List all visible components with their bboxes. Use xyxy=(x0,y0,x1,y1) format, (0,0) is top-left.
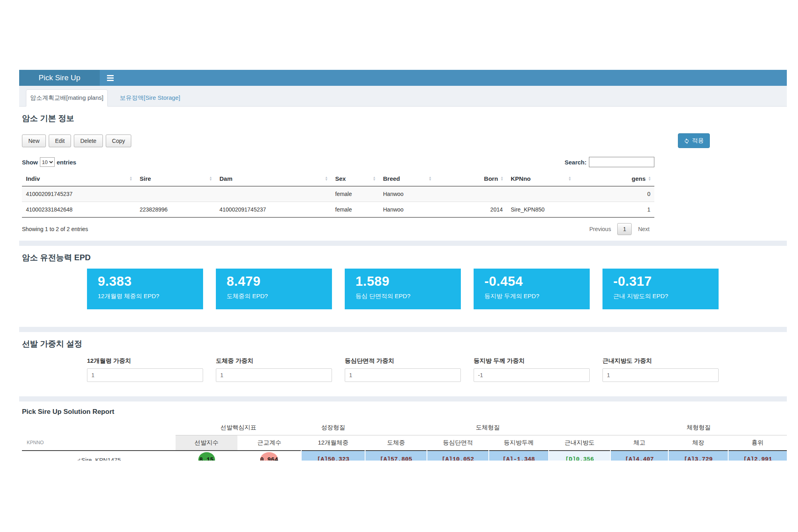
section-divider xyxy=(19,327,787,332)
solution-report-table: 선발핵심지표성장형질도체형질체형형질KPNNO선발지수근교계수12개월체중도체중… xyxy=(22,421,787,461)
cell-born xyxy=(435,186,507,202)
app-window: Pick Sire Up 암소계획교배[mating plans] 보유정액[S… xyxy=(19,70,787,461)
column-header-kpnno[interactable]: KPNno▲▼ xyxy=(507,171,575,186)
weight-field-3: 등심단면적 가중치 xyxy=(345,357,461,382)
report-cell-value: [A]3.729 xyxy=(668,451,728,461)
section-title-epd: 암소 유전능력 EPD xyxy=(22,252,787,263)
navbar: Pick Sire Up xyxy=(19,70,787,86)
edit-button[interactable]: Edit xyxy=(49,134,71,147)
report-column-header[interactable]: 도체중 xyxy=(365,435,427,451)
cell-dam: 410002091745237 xyxy=(215,202,331,218)
report-column-header[interactable]: 근내지방도 xyxy=(549,435,610,451)
pagination-page-1[interactable]: 1 xyxy=(617,223,632,235)
tab-mating-plans[interactable]: 암소계획교배[mating plans] xyxy=(26,89,108,107)
cell-breed: Hanwoo xyxy=(379,186,435,202)
sort-icon: ▲▼ xyxy=(648,176,651,181)
epd-value: 9.383 xyxy=(98,274,203,289)
weight-label: 근내지방도 가중치 xyxy=(602,357,719,365)
app-title: Pick Sire Up xyxy=(19,70,100,86)
table-search: Search: xyxy=(565,157,654,167)
column-header-sex[interactable]: Sex▲▼ xyxy=(331,171,379,186)
weight-input[interactable] xyxy=(87,368,203,382)
cell-kpnno: Sire_KPN850 xyxy=(507,202,575,218)
epd-label: 등지방 두게의 EPD? xyxy=(484,293,590,300)
new-button[interactable]: New xyxy=(22,134,46,147)
cell-sex: female xyxy=(331,186,379,202)
report-cell-value: [A]50.323 xyxy=(301,451,365,461)
report-cell-value: [A]-1.348 xyxy=(489,451,549,461)
column-header-gens[interactable]: gens▲▼ xyxy=(575,171,654,186)
epd-card-row: 9.38312개월령 체중의 EPD?8.479도체중의 EPD?1.589등심… xyxy=(87,269,787,309)
section-divider xyxy=(19,241,787,246)
epd-value: -0.454 xyxy=(484,274,590,289)
report-column-header[interactable]: 12개월체중 xyxy=(301,435,365,451)
pagination-previous[interactable]: Previous xyxy=(585,223,616,235)
section-title-report: Pick Sire Up Solution Report xyxy=(22,408,787,416)
menu-icon[interactable] xyxy=(107,75,114,81)
report-cell-value: [A]4.407 xyxy=(610,451,668,461)
group-header: 성장형질 xyxy=(301,421,365,435)
tab-bar: 암소계획교배[mating plans] 보유정액[Sire Storage] xyxy=(19,86,787,107)
weight-input[interactable] xyxy=(345,368,461,382)
report-column-header[interactable]: 등지방두께 xyxy=(489,435,549,451)
inbreeding-badge: 0.964 xyxy=(260,452,278,461)
report-column-header[interactable]: 등심단면적 xyxy=(427,435,489,451)
column-header-label: Sire xyxy=(140,175,151,182)
search-label: Search: xyxy=(565,159,587,166)
column-header-indiv[interactable]: Indiv▲▼ xyxy=(22,171,136,186)
search-input[interactable] xyxy=(589,157,654,167)
sort-icon: ▲▼ xyxy=(129,176,132,181)
sort-icon: ▲▼ xyxy=(325,176,328,181)
tab-sire-storage[interactable]: 보유정액[Sire Storage] xyxy=(108,90,192,106)
delete-button[interactable]: Delete xyxy=(74,134,103,147)
weight-label: 등심단면적 가중치 xyxy=(345,357,461,365)
cell-indiv: 410002091745237 xyxy=(22,186,136,202)
page-length-control: Show 10 entries xyxy=(22,157,76,167)
cell-kpnno xyxy=(507,186,575,202)
report-cell-selection-index: 8.15 xyxy=(176,451,237,461)
epd-label: 근내 지방도의 EPD? xyxy=(613,293,719,300)
report-column-header[interactable]: 근교계수 xyxy=(237,435,301,451)
table-footer: Showing 1 to 2 of 2 entries Previous 1 N… xyxy=(22,223,654,235)
report-cell-value: [A]57.805 xyxy=(365,451,427,461)
selection-index-badge: 8.15 xyxy=(198,452,215,461)
report-column-header[interactable]: 선발지수 xyxy=(176,435,237,451)
cow-table-wrapper: Show 10 entries Search: Indiv▲▼Sire▲▼Dam… xyxy=(22,157,654,235)
sort-icon: ▲▼ xyxy=(500,176,504,181)
cell-sex: female xyxy=(331,202,379,218)
show-label: Show xyxy=(22,159,38,166)
column-header-breed[interactable]: Breed▲▼ xyxy=(379,171,435,186)
column-header-label: Breed xyxy=(383,175,400,182)
sort-icon: ▲▼ xyxy=(209,176,212,181)
apply-button-label: 적용 xyxy=(692,137,704,144)
report-column-header[interactable]: 흉위 xyxy=(728,435,787,451)
weight-input[interactable] xyxy=(474,368,590,382)
group-header: 도체형질 xyxy=(365,421,610,435)
cell-gens: 0 xyxy=(575,186,654,202)
apply-button[interactable]: 적용 xyxy=(678,133,710,148)
group-header: 선발핵심지표 xyxy=(176,421,301,435)
refresh-icon xyxy=(684,138,689,144)
report-column-header[interactable]: 체고 xyxy=(610,435,668,451)
epd-label: 등심 단면적의 EPD? xyxy=(356,293,461,300)
cell-gens: 1 xyxy=(575,202,654,218)
weight-field-1: 12개월령 가중치 xyxy=(87,357,203,382)
report-cell-kpnno: ♂Sire_KPN1475 xyxy=(22,451,176,461)
weight-field-5: 근내지방도 가중치 xyxy=(602,357,719,382)
copy-button[interactable]: Copy xyxy=(106,134,132,147)
pagination: Previous 1 Next xyxy=(585,223,654,235)
report-column-kpnno[interactable]: KPNNO xyxy=(22,435,176,451)
report-cell-value: [D]0.356 xyxy=(549,451,610,461)
column-header-born[interactable]: Born▲▼ xyxy=(435,171,507,186)
weight-input[interactable] xyxy=(602,368,719,382)
epd-card-1: 9.38312개월령 체중의 EPD? xyxy=(87,269,203,309)
report-cell-value: [A]2.991 xyxy=(728,451,787,461)
column-header-dam[interactable]: Dam▲▼ xyxy=(215,171,331,186)
column-header-sire[interactable]: Sire▲▼ xyxy=(136,171,215,186)
weight-input[interactable] xyxy=(216,368,332,382)
page-length-select[interactable]: 10 xyxy=(40,157,55,167)
weights-row: 12개월령 가중치도체중 가중치등심단면적 가중치등지방 두께 가중치근내지방도… xyxy=(87,357,787,382)
report-column-header[interactable]: 체장 xyxy=(668,435,728,451)
pagination-next[interactable]: Next xyxy=(633,223,654,235)
column-header-label: Dam xyxy=(219,175,233,182)
